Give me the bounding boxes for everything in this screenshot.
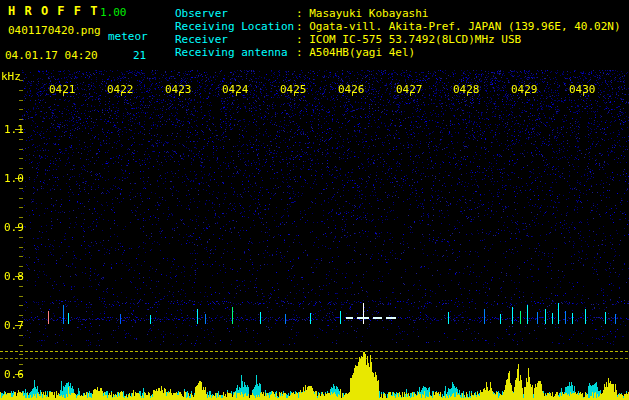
time-label: 0422	[107, 83, 134, 96]
info-label-observer: Observer	[175, 7, 228, 20]
time-label: 0421	[49, 83, 76, 96]
time-label: 0423	[165, 83, 192, 96]
info-value-location: : Ogata-vill. Akita-Pref. JAPAN (139.96E…	[296, 20, 621, 33]
freq-label: 0.6	[4, 368, 24, 381]
app-title: H R O F F T	[8, 5, 98, 18]
app-version: 1.00	[100, 6, 127, 19]
info-label-location: Receiving Location	[175, 20, 294, 33]
time-label: 0428	[453, 83, 480, 96]
mode-label: meteor	[108, 30, 148, 43]
freq-axis-unit: kHz	[1, 70, 21, 83]
info-label-receiver: Receiver	[175, 33, 228, 46]
time-label: 0426	[338, 83, 365, 96]
info-value-observer: : Masayuki Kobayashi	[296, 7, 428, 20]
hrofft-window: H R O F F T 1.00 0401170420.png meteor 0…	[0, 0, 629, 400]
time-label: 0427	[396, 83, 423, 96]
spectrogram-canvas	[0, 68, 629, 400]
timestamp: 04.01.17 04:20	[5, 49, 98, 62]
time-label: 0425	[280, 83, 307, 96]
info-value-receiver: : ICOM IC-575 53.7492(8LCD)MHz USB	[296, 33, 521, 46]
time-label: 0424	[222, 83, 249, 96]
freq-label: 1.1	[4, 123, 24, 136]
freq-label: 0.8	[4, 270, 24, 283]
freq-label: 0.7	[4, 319, 24, 332]
meteor-count: 21	[133, 49, 146, 62]
output-filename: 0401170420.png	[8, 24, 101, 37]
info-label-antenna: Receiving antenna	[175, 46, 288, 59]
time-label: 0429	[511, 83, 538, 96]
info-value-antenna: : A504HB(yagi 4el)	[296, 46, 415, 59]
time-label: 0430	[569, 83, 596, 96]
freq-label: 0.9	[4, 221, 24, 234]
freq-label: 1.0	[4, 172, 24, 185]
